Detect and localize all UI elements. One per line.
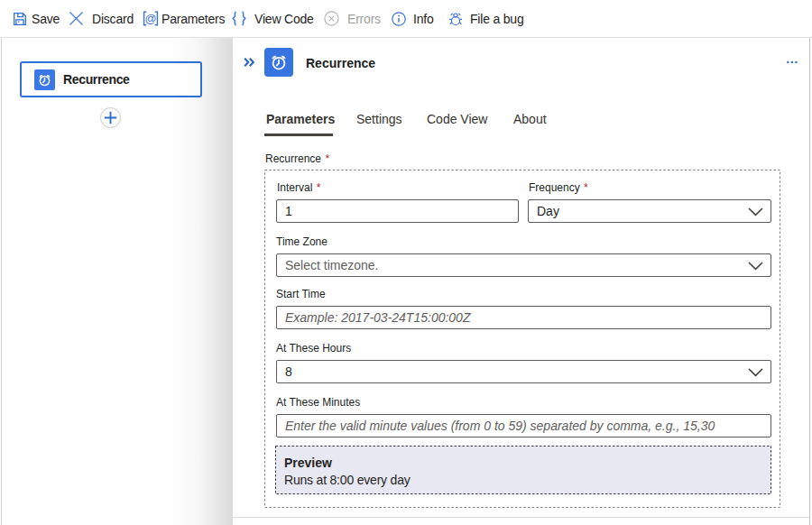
svg-text:@: @ [145,12,157,25]
